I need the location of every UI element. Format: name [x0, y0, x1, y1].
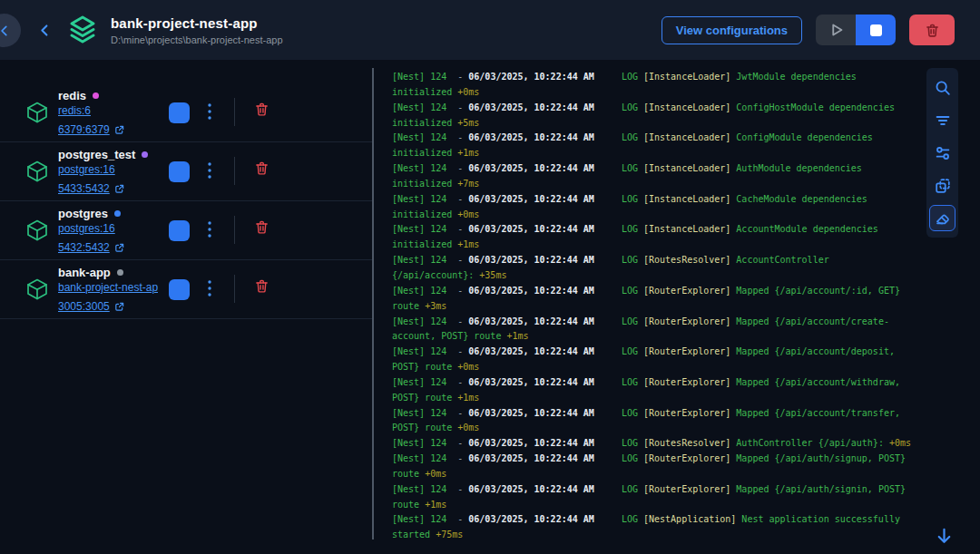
- filter-icon[interactable]: [929, 107, 956, 133]
- container-delete-button[interactable]: [254, 278, 270, 294]
- row-divider: [234, 216, 235, 244]
- ports-link[interactable]: 6379:6379: [58, 122, 110, 138]
- log-line: POST} route +1ms: [392, 391, 924, 406]
- container-menu-button[interactable]: [203, 100, 216, 123]
- log-segment: LOG: [594, 514, 643, 524]
- log-segment: 06/03/2025, 10:22:44 AM: [468, 377, 593, 387]
- log-segment: [Nest] 124: [392, 194, 446, 204]
- log-segment: {/api/account}:: [392, 270, 479, 280]
- log-segment: AuthModule dependencies: [736, 163, 861, 173]
- log-segment: +5ms: [457, 118, 479, 128]
- container-cube-icon: [25, 101, 49, 128]
- log-segment: LOG: [594, 255, 643, 265]
- container-menu-button[interactable]: [203, 277, 216, 300]
- log-line: [Nest] 124 - 06/03/2025, 10:22:44 AM LOG…: [392, 452, 924, 467]
- container-stop-button[interactable]: [169, 220, 190, 241]
- log-segment: [Nest] 124: [392, 163, 446, 173]
- page-title: bank-project-nest-app: [111, 15, 283, 31]
- container-stop-button[interactable]: [169, 102, 190, 123]
- log-segment: -: [446, 72, 468, 82]
- log-line: [Nest] 124 - 06/03/2025, 10:22:44 AM LOG…: [392, 192, 924, 208]
- log-segment: POST} route: [392, 393, 457, 403]
- log-segment: LOG: [594, 102, 643, 112]
- image-link[interactable]: redis:6: [58, 103, 91, 119]
- log-segment: initialized: [392, 118, 457, 128]
- image-link[interactable]: bank-project-nest-ap: [58, 280, 158, 296]
- external-link-icon: [114, 184, 124, 194]
- log-segment: 06/03/2025, 10:22:44 AM: [468, 453, 593, 463]
- external-link-icon: [114, 243, 124, 253]
- log-segment: LOG: [594, 286, 643, 296]
- container-name: redis: [58, 89, 86, 102]
- container-delete-button[interactable]: [254, 102, 270, 117]
- terminal-toolbar: [926, 68, 958, 238]
- search-icon[interactable]: [929, 74, 956, 101]
- log-segment: -: [446, 194, 468, 204]
- log-segment: +0ms: [457, 87, 479, 97]
- log-segment: -: [446, 514, 468, 524]
- log-line: route +0ms: [392, 467, 924, 482]
- log-segment: [RouterExplorer]: [643, 453, 736, 463]
- log-segment: CacheModule dependencies: [736, 194, 867, 204]
- row-divider: [234, 157, 235, 185]
- log-segment: Mapped {/api/account/transfer,: [736, 408, 900, 418]
- scroll-to-bottom-button[interactable]: [934, 526, 955, 547]
- view-configurations-button[interactable]: View configurations: [662, 16, 802, 44]
- log-segment: +7ms: [457, 179, 479, 189]
- image-link[interactable]: postgres:16: [58, 162, 115, 178]
- log-line: [Nest] 124 - 06/03/2025, 10:22:44 AM LOG…: [392, 131, 924, 146]
- stop-button[interactable]: [856, 15, 896, 45]
- log-line: initialized +1ms: [392, 146, 924, 161]
- container-menu-button[interactable]: [203, 159, 216, 182]
- log-segment: [InstanceLoader]: [643, 132, 736, 142]
- start-button[interactable]: [816, 15, 856, 45]
- container-menu-button[interactable]: [203, 218, 216, 241]
- container-cube-icon: [25, 219, 49, 246]
- ports-link[interactable]: 5432:5432: [58, 240, 110, 256]
- chevron-left-icon: [0, 24, 11, 37]
- status-dot: [114, 210, 121, 217]
- arrow-down-icon: [934, 526, 955, 547]
- image-link[interactable]: postgres:16: [58, 221, 115, 237]
- log-segment: 06/03/2025, 10:22:44 AM: [468, 484, 593, 494]
- log-segment: [Nest] 124: [392, 224, 446, 234]
- kebab-dots-icon: [203, 218, 216, 241]
- container-stop-button[interactable]: [169, 161, 190, 182]
- log-line: route +1ms: [392, 498, 924, 513]
- log-segment: [RoutesResolver]: [643, 438, 736, 448]
- log-line: started +75ms: [392, 528, 924, 543]
- log-segment: [InstanceLoader]: [643, 72, 736, 82]
- log-segment: ConfigModule dependencies: [736, 132, 873, 142]
- container-row: redis redis:6 6379:6379: [0, 83, 372, 142]
- trash-icon: [254, 219, 270, 235]
- log-segment: initialized: [392, 179, 457, 189]
- select-area-icon[interactable]: [929, 172, 956, 199]
- log-segment: initialized: [392, 148, 457, 158]
- ports-link[interactable]: 5433:5432: [58, 181, 110, 197]
- log-line: [Nest] 124 - 06/03/2025, 10:22:44 AM LOG…: [392, 375, 924, 391]
- ports-link[interactable]: 3005:3005: [58, 299, 110, 315]
- external-link-icon: [114, 302, 124, 312]
- delete-stack-button[interactable]: [909, 15, 955, 45]
- log-segment: route: [392, 301, 425, 311]
- log-segment: +1ms: [457, 393, 479, 403]
- eraser-icon[interactable]: [929, 205, 956, 231]
- log-segment: +0ms: [889, 438, 911, 448]
- container-cube-icon: [25, 160, 49, 187]
- log-segment: 06/03/2025, 10:22:44 AM: [468, 316, 593, 326]
- log-segment: +0ms: [425, 469, 446, 479]
- log-segment: initialized: [392, 87, 457, 97]
- back-button[interactable]: [38, 24, 52, 37]
- row-divider: [234, 98, 235, 126]
- floating-back-button[interactable]: [0, 14, 21, 47]
- container-delete-button[interactable]: [254, 160, 270, 176]
- log-segment: AccountController: [736, 255, 828, 265]
- container-stop-button[interactable]: [169, 279, 190, 300]
- container-delete-button[interactable]: [254, 219, 270, 235]
- container-list: redis redis:6 6379:6379: [0, 60, 372, 319]
- sliders-icon[interactable]: [929, 140, 956, 166]
- log-segment: AuthController {/api/auth}:: [736, 438, 889, 448]
- log-line: [Nest] 124 - 06/03/2025, 10:22:44 AM LOG…: [392, 512, 924, 528]
- panel-divider: [372, 68, 374, 539]
- log-segment: [Nest] 124: [392, 377, 446, 387]
